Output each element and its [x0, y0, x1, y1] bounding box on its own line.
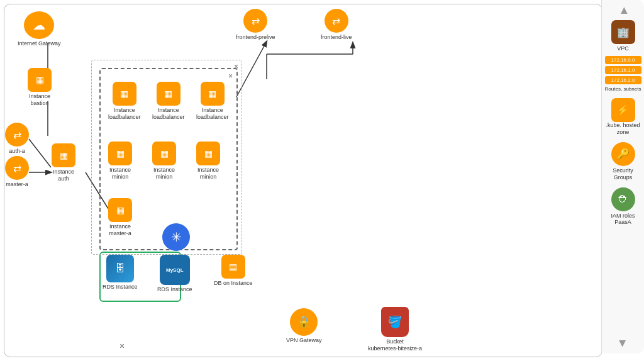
outer-close-button[interactable]: ×	[234, 62, 238, 71]
iam-roles-label: IAM roles PaasA	[604, 213, 642, 226]
route-badge-3[interactable]: 172.16.2.0	[605, 76, 641, 84]
auth-instance-icon: ▦	[52, 143, 75, 167]
auth-a-node[interactable]: ⇄ auth-a	[5, 123, 29, 155]
bucket-icon: 🪣	[381, 307, 409, 337]
vpn-gateway-label: VPN Gateway	[286, 337, 322, 344]
outer-dashed-container: ×	[91, 60, 242, 255]
security-groups-icon: 🔑	[611, 142, 635, 166]
auth-label: auth	[58, 175, 69, 182]
kube-hz-label: .kube. hosted zone	[604, 122, 642, 136]
rds1-icon: 🗄	[106, 255, 134, 282]
route-badge-1[interactable]: 172.16.0.0	[605, 56, 641, 64]
master-a-label: master-a	[6, 181, 28, 188]
bucket-label: kubernetes-bitesize-a	[368, 345, 422, 352]
rds2-icon: MySQL	[160, 255, 190, 285]
iam-roles-panel-item[interactable]: ⛑ IAM roles PaasA	[604, 187, 642, 226]
vpc-label: VPC	[617, 45, 629, 52]
master-a-icon: ⇄	[5, 156, 29, 180]
auth-a-label: auth-a	[9, 148, 25, 155]
internet-gateway-node[interactable]: ☁ Internet Gateway	[18, 11, 61, 47]
vpn-gateway-icon: 🔒	[290, 308, 318, 336]
bastion-node[interactable]: ▦ Instance bastion	[28, 68, 52, 107]
bottom-close-button[interactable]: ×	[119, 341, 125, 351]
rds2-label: RDS Instance	[157, 286, 192, 293]
db-instance-node[interactable]: ▤ DB on Instance	[214, 255, 253, 287]
route-badge-2[interactable]: 172.16.1.0	[605, 66, 641, 74]
vpc-panel-item[interactable]: 🏢 VPC	[604, 20, 642, 52]
scroll-down-arrow[interactable]: ▶	[618, 340, 628, 347]
db-instance-icon: ▤	[221, 255, 245, 279]
routes-label: Routes, subnets	[605, 86, 641, 92]
bastion-icon: ▦	[28, 68, 52, 92]
iam-roles-icon: ⛑	[611, 187, 635, 211]
kube-hz-icon: ⚡	[611, 98, 635, 122]
master-a-node[interactable]: ⇄ master-a	[5, 156, 29, 188]
internet-gateway-label: Internet Gateway	[18, 40, 61, 47]
routes-container: 172.16.0.0 172.16.1.0 172.16.2.0 Routes,…	[605, 56, 641, 92]
kube-hz-panel-item[interactable]: ⚡ .kube. hosted zone	[604, 98, 642, 136]
main-canvas: ☁ Internet Gateway ▦ Instance bastion ⇄ …	[0, 0, 644, 361]
security-groups-panel-item[interactable]: 🔑 Security Groups	[604, 142, 642, 181]
db-instance-label: DB on Instance	[214, 280, 253, 287]
frontend-prelive-icon: ⇄	[243, 9, 267, 33]
internet-gateway-icon: ☁	[24, 11, 54, 39]
vpn-gateway-node[interactable]: 🔒 VPN Gateway	[286, 308, 322, 344]
rds2-node[interactable]: MySQL RDS Instance	[157, 255, 192, 293]
right-panel: ▶ 🏢 VPC 172.16.0.0 172.16.1.0 172.16.2.0…	[601, 0, 644, 353]
frontend-live-label: frontend-live	[321, 34, 352, 41]
scroll-up-arrow[interactable]: ▶	[618, 7, 628, 14]
security-groups-label: Security Groups	[604, 167, 642, 181]
auth-a-icon: ⇄	[5, 123, 29, 147]
bastion-label: bastion	[30, 100, 48, 107]
rds1-node[interactable]: 🗄 RDS Instance	[103, 255, 138, 291]
frontend-prelive-label: frontend-prelive	[236, 34, 275, 41]
bucket-node[interactable]: 🪣 Bucket kubernetes-bitesize-a	[368, 307, 422, 352]
frontend-prelive-node[interactable]: ⇄ frontend-prelive	[236, 9, 275, 41]
frontend-live-icon: ⇄	[325, 9, 348, 33]
rds1-label: RDS Instance	[103, 284, 138, 291]
auth-instance-node[interactable]: ▦ Instance auth	[52, 143, 75, 182]
vpc-icon: 🏢	[611, 20, 635, 44]
frontend-live-node[interactable]: ⇄ frontend-live	[321, 9, 352, 41]
